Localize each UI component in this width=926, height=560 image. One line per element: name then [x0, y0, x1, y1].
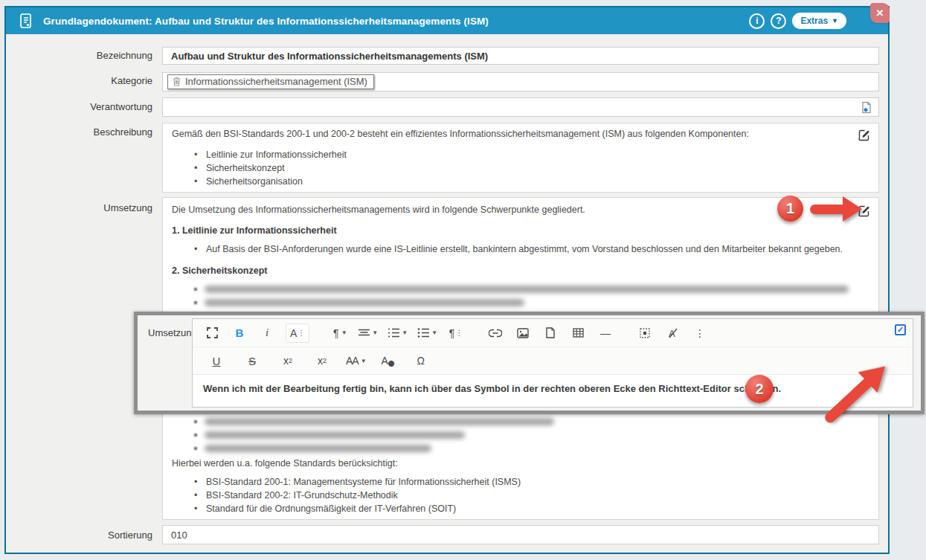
clear-formatting-icon[interactable]: A	[663, 324, 681, 343]
insert-link-icon[interactable]	[486, 324, 504, 343]
redacted-line	[172, 418, 849, 425]
beschreibung-box: Gemäß den BSI-Standards 200-1 und 200-2 …	[162, 123, 879, 193]
umsetzung-label: Umsetzung	[4, 202, 152, 213]
redacted-line	[172, 299, 849, 306]
bold-button[interactable]: B	[231, 324, 248, 343]
sortierung-input[interactable]: 010	[162, 525, 879, 544]
special-character-button[interactable]: Ω	[412, 351, 430, 370]
editor-toolbar-row-1: B i A⋮ ¶▼ ▼ ▼ ▼ ¶⋮	[193, 319, 913, 347]
kategorie-label: Kategorie	[4, 75, 152, 86]
umsetzung-heading-2: 2. Sicherheitskonzept	[172, 265, 849, 277]
beschreibung-intro: Gemäß den BSI-Standards 200-1 und 200-2 …	[172, 128, 849, 141]
close-button[interactable]: ✕	[870, 3, 890, 23]
help-button[interactable]: ?	[771, 13, 786, 29]
editor-content[interactable]: Wenn ich mit der Bearbeitung fertig bin,…	[193, 374, 913, 394]
close-editor-checkbox[interactable]: ✓	[895, 324, 906, 335]
editor-field-label: Umsetzung	[148, 327, 197, 338]
extras-label: Extras	[800, 16, 828, 26]
superscript-button[interactable]: x2	[313, 351, 331, 370]
kategorie-tag-label: Informationssicherheitsmanagement (ISM)	[185, 76, 367, 87]
font-options-button[interactable]: A⋮	[286, 324, 309, 343]
beschreibung-label: Beschreibung	[4, 126, 152, 138]
dialog-title: Grundlagendokument: Aufbau und Struktur …	[43, 16, 489, 27]
ordered-list-button[interactable]: ▼	[388, 324, 408, 343]
verantwortung-label: Verantwortung	[4, 101, 152, 112]
horizontal-rule-button[interactable]: —	[597, 324, 614, 343]
redacted-line	[172, 431, 849, 439]
verantwortung-input[interactable]	[162, 97, 879, 117]
insert-file-icon[interactable]	[541, 324, 559, 343]
richtext-editor: B i A⋮ ¶▼ ▼ ▼ ▼ ¶⋮	[192, 318, 913, 408]
umsetzung-bullet: Auf Basis der BSI-Anforderungen wurde ei…	[172, 242, 849, 256]
redacted-line	[172, 286, 849, 293]
umsetzung-standard: BSI-Standard 200-1: Managementsysteme fü…	[172, 475, 849, 489]
paragraph-format-button[interactable]: ¶▼	[331, 324, 349, 343]
umsetzung-intro: Die Umsetzung des Informationssicherheit…	[172, 204, 849, 216]
insert-table-icon[interactable]	[569, 324, 587, 343]
bezeichnung-label: Bezeichnung	[4, 50, 152, 61]
paragraph-style-button[interactable]: ¶⋮	[447, 324, 465, 343]
italic-button[interactable]: i	[258, 324, 276, 343]
trash-icon[interactable]	[173, 77, 181, 86]
beschreibung-edit-icon[interactable]	[858, 129, 871, 141]
screen: Grundlagendokument: Aufbau und Struktur …	[0, 0, 926, 560]
assign-document-icon[interactable]	[861, 101, 872, 114]
sortierung-value: 010	[171, 530, 187, 541]
callout-badge-1: 1	[777, 196, 803, 222]
redacted-line	[172, 445, 849, 452]
umsetzung-standard: Standard für die Ordnungsmäßigkeit der I…	[172, 502, 849, 515]
extras-menu-button[interactable]: Extras ▼	[792, 13, 846, 29]
unordered-list-button[interactable]: ▼	[417, 324, 437, 343]
bezeichnung-input[interactable]: Aufbau und Struktur des Informationssich…	[162, 47, 879, 65]
kategorie-tag[interactable]: Informationssicherheitsmanagement (ISM)	[167, 74, 374, 89]
align-button[interactable]: ▼	[358, 324, 378, 343]
richtext-editor-overlay: Umsetzung B i A⋮ ¶▼ ▼ ▼	[134, 312, 925, 414]
chevron-down-icon: ▼	[832, 17, 838, 25]
insert-image-icon[interactable]	[514, 324, 532, 343]
change-case-button[interactable]: AA▼	[346, 351, 366, 370]
callout-arrow-1	[810, 196, 862, 222]
subscript-button[interactable]: x2	[279, 351, 297, 370]
beschreibung-bullet: Leitlinie zur Informationssicherheit	[172, 148, 849, 161]
editor-toolbar-row-2: U S x2 x2 AA▼ A⬤ Ω	[193, 347, 913, 374]
bezeichnung-value: Aufbau und Struktur des Informationssich…	[171, 51, 488, 62]
umsetzung-standards-intro: Hierbei werden u.a. folgende Standards b…	[172, 457, 849, 470]
umsetzung-standard: BSI-Standard 200-2: IT-Grundschutz-Metho…	[172, 489, 849, 502]
select-all-icon[interactable]	[636, 324, 654, 343]
sortierung-label: Sortierung	[4, 530, 152, 541]
scroll-document-icon	[16, 12, 34, 30]
underline-button[interactable]: U	[208, 351, 225, 370]
beschreibung-bullet: Sicherheitskonzept	[172, 161, 849, 175]
title-bar: Grundlagendokument: Aufbau und Struktur …	[6, 7, 888, 34]
more-options-button[interactable]: ⋮	[691, 324, 709, 343]
callout-badge-2: 2	[745, 375, 774, 403]
strikethrough-button[interactable]: S	[243, 351, 261, 370]
info-button[interactable]: i	[749, 13, 765, 29]
kategorie-input[interactable]: Informationssicherheitsmanagement (ISM)	[162, 72, 879, 91]
umsetzung-heading-1: 1. Leitlinie zur Informationssicherheit	[172, 225, 849, 237]
beschreibung-bullet: Sicherheitsorganisation	[172, 175, 849, 188]
fullscreen-button[interactable]	[203, 324, 221, 343]
font-color-button[interactable]: A⬤	[379, 351, 397, 370]
